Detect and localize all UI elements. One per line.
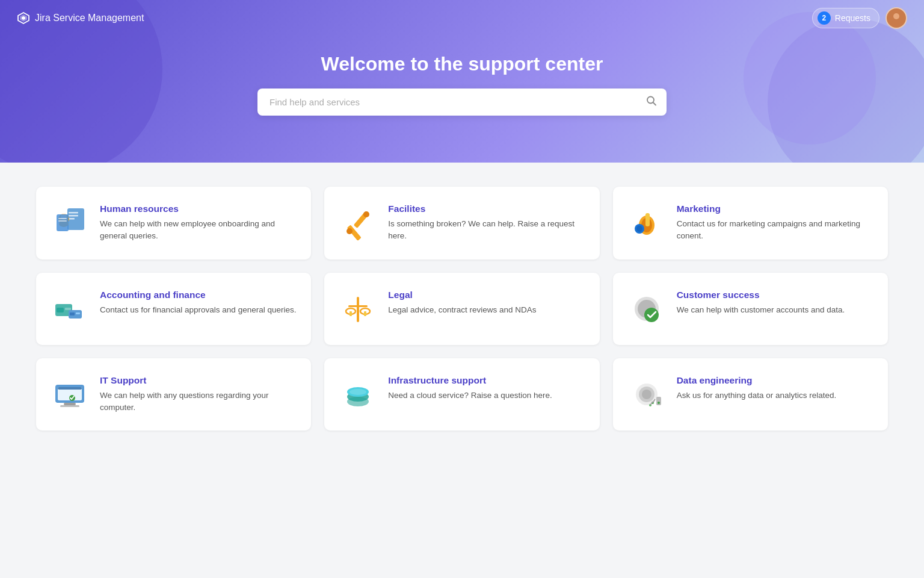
card-marketing[interactable]: Marketing Contact us for marketing campa… — [613, 187, 888, 259]
card-infrastructure[interactable]: Infrastructure support Need a cloud serv… — [324, 358, 599, 431]
card-icon-human-resources — [51, 204, 89, 242]
svg-rect-28 — [57, 308, 64, 312]
card-customer-success[interactable]: Customer success We can help with custom… — [613, 273, 888, 345]
svg-point-25 — [636, 226, 642, 232]
svg-rect-11 — [69, 218, 75, 220]
card-content-accounting: Accounting and finance Contact us for fi… — [100, 290, 296, 316]
svg-point-58 — [658, 402, 660, 404]
card-content-marketing: Marketing Contact us for marketing campa… — [677, 204, 873, 243]
search-input[interactable] — [257, 89, 667, 116]
card-title-facilities: Facilites — [388, 204, 585, 214]
search-icon[interactable] — [646, 95, 657, 109]
svg-rect-45 — [64, 403, 76, 405]
card-content-customer-success: Customer success We can help with custom… — [677, 290, 845, 316]
svg-point-51 — [350, 389, 366, 395]
card-content-human-resources: Human resources We can help with new emp… — [100, 204, 297, 243]
card-content-legal: Legal Legal advice, contract reviews and… — [388, 290, 536, 316]
svg-rect-44 — [58, 387, 82, 390]
card-icon-it-support — [51, 375, 89, 414]
card-accounting[interactable]: Accounting and finance Contact us for fi… — [36, 273, 311, 345]
card-desc-it-support: We can help with any questions regarding… — [100, 390, 297, 414]
logo[interactable]: Jira Service Management — [17, 11, 144, 25]
requests-label: Requests — [835, 13, 870, 23]
card-title-infrastructure: Infrastructure support — [388, 375, 552, 386]
card-content-data-engineering: Data engineering Ask us for anything dat… — [677, 375, 837, 402]
card-data-engineering[interactable]: Data engineering Ask us for anything dat… — [613, 358, 888, 431]
hero-title: Welcome to the support center — [321, 53, 603, 75]
logo-icon — [17, 11, 30, 25]
svg-rect-10 — [69, 215, 78, 217]
svg-rect-38 — [364, 311, 366, 316]
card-icon-customer-success — [627, 290, 666, 328]
svg-rect-32 — [76, 312, 80, 314]
card-human-resources[interactable]: Human resources We can help with new emp… — [36, 187, 311, 259]
card-content-infrastructure: Infrastructure support Need a cloud serv… — [388, 375, 552, 402]
logo-text: Jira Service Management — [35, 13, 144, 23]
card-it-support[interactable]: IT Support We can help with any question… — [36, 358, 311, 431]
card-desc-marketing: Contact us for marketing campaigns and m… — [677, 218, 873, 243]
card-desc-facilities: Is something broken? We can help. Raise … — [388, 218, 585, 243]
topbar: Jira Service Management 2 Requests — [0, 0, 924, 36]
svg-rect-46 — [60, 405, 79, 407]
avatar[interactable] — [886, 7, 907, 29]
card-icon-infrastructure — [339, 375, 377, 414]
card-desc-accounting: Contact us for financial approvals and g… — [100, 304, 296, 316]
requests-button[interactable]: 2 Requests — [812, 8, 879, 28]
requests-badge: 2 — [818, 11, 831, 25]
svg-rect-31 — [70, 312, 75, 315]
card-icon-marketing — [627, 204, 666, 242]
card-title-legal: Legal — [388, 290, 536, 300]
card-title-marketing: Marketing — [677, 204, 873, 214]
card-facilities[interactable]: Facilites Is something broken? We can he… — [324, 187, 599, 259]
card-title-it-support: IT Support — [100, 375, 297, 386]
hero-decoration — [768, 18, 924, 163]
card-title-data-engineering: Data engineering — [677, 375, 837, 386]
svg-point-20 — [346, 228, 353, 234]
svg-rect-33 — [357, 297, 359, 322]
svg-rect-26 — [645, 213, 650, 226]
svg-rect-17 — [58, 220, 67, 222]
card-title-customer-success: Customer success — [677, 290, 845, 300]
card-content-it-support: IT Support We can help with any question… — [100, 375, 297, 414]
cards-grid: Human resources We can help with new emp… — [36, 187, 888, 430]
svg-point-54 — [642, 390, 651, 399]
card-desc-human-resources: We can help with new employee onboarding… — [100, 218, 297, 243]
svg-rect-9 — [69, 212, 78, 214]
svg-rect-16 — [58, 218, 67, 219]
card-icon-accounting — [51, 290, 89, 328]
card-legal[interactable]: Legal Legal advice, contract reviews and… — [324, 273, 599, 345]
card-desc-data-engineering: Ask us for anything data or analytics re… — [677, 390, 837, 402]
cards-section: Human resources We can help with new emp… — [0, 163, 924, 455]
svg-rect-29 — [65, 308, 71, 310]
card-desc-customer-success: We can help with customer accounts and d… — [677, 304, 845, 316]
svg-point-21 — [363, 211, 369, 217]
search-bar-container — [257, 89, 667, 116]
card-icon-facilities — [339, 204, 377, 242]
card-desc-legal: Legal advice, contract reviews and NDAs — [388, 304, 536, 316]
svg-point-3 — [893, 13, 899, 19]
card-icon-data-engineering — [627, 375, 666, 414]
svg-point-4 — [891, 20, 902, 26]
card-title-human-resources: Human resources — [100, 204, 297, 214]
svg-point-41 — [644, 308, 659, 322]
card-icon-legal — [339, 290, 377, 328]
svg-line-7 — [653, 102, 656, 105]
svg-rect-37 — [350, 311, 352, 316]
card-title-accounting: Accounting and finance — [100, 290, 296, 300]
card-desc-infrastructure: Need a cloud service? Raise a question h… — [388, 390, 552, 402]
topbar-right: 2 Requests — [812, 7, 907, 29]
svg-rect-15 — [57, 214, 69, 231]
card-content-facilities: Facilites Is something broken? We can he… — [388, 204, 585, 243]
svg-rect-34 — [348, 305, 368, 307]
